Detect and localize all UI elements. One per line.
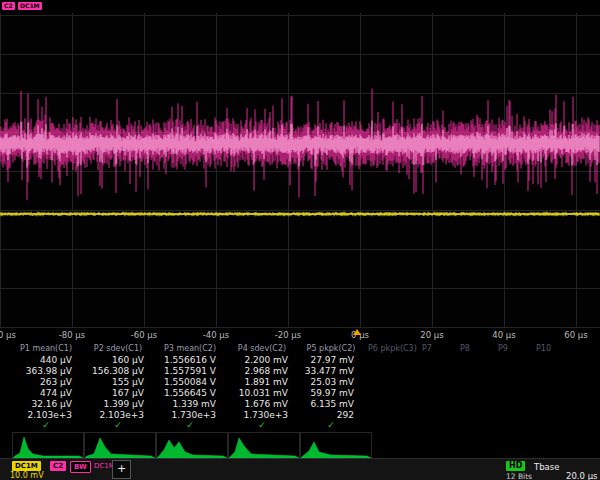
c2-bandwidth-chip[interactable]: BW <box>70 461 91 473</box>
measurement-cell: 1.730e+3 <box>226 410 298 420</box>
measurement-cell: 1.550084 V <box>154 377 226 387</box>
measurement-header-p7[interactable]: P7 <box>418 344 456 353</box>
measurement-cell: 10.031 mV <box>226 388 298 398</box>
time-label: 60 µs <box>564 330 587 340</box>
measurement-cell: 2.200 mV <box>226 355 298 365</box>
measurement-header-row: P1 mean(C1) P2 sdev(C1) P3 mean(C2) P4 s… <box>0 342 600 354</box>
measurement-cell: 25.03 mV <box>298 377 364 387</box>
measurement-cell: 167 µV <box>82 388 154 398</box>
measurement-header-p4[interactable]: P4 sdev(C2) <box>226 344 298 353</box>
c1-scale-label: 10.0 mV <box>10 471 44 480</box>
measurement-header-p3[interactable]: P3 mean(C2) <box>154 344 226 353</box>
status-check-icon: ✓ <box>10 420 82 430</box>
measurement-cell: 363.98 µV <box>10 366 82 376</box>
histicon-svg <box>13 433 83 458</box>
measurement-header-p5[interactable]: P5 pkpk(C2) <box>298 344 364 353</box>
timebase-label[interactable]: Tbase <box>534 462 559 472</box>
measurement-cell: 1.676 mV <box>226 399 298 409</box>
measurement-table: P1 mean(C1) P2 sdev(C1) P3 mean(C2) P4 s… <box>0 342 600 430</box>
measurement-cell: 263 µV <box>10 377 82 387</box>
status-check-icon: ✓ <box>298 420 364 430</box>
bottom-bar: DC1M C2 BW DC1M 10.0 mV + HD Tbase 12 Bi… <box>0 458 600 480</box>
measurement-cell: 2.968 mV <box>226 366 298 376</box>
trigger-position-marker[interactable] <box>353 329 361 335</box>
c1-waveform-core <box>0 214 599 215</box>
measurement-cell: 440 µV <box>10 355 82 365</box>
measurement-header-p1[interactable]: P1 mean(C1) <box>10 344 82 353</box>
hd-mode-badge[interactable]: HD <box>506 461 525 471</box>
measurement-cell: 1.556616 V <box>154 355 226 365</box>
time-label: -100 µs <box>0 330 16 340</box>
oscilloscope-screen: C2 DC1M -100 µs -80 µs -60 µs -40 µs -20… <box>0 0 600 480</box>
measurement-row-num: 2.103e+3 2.103e+3 1.730e+3 1.730e+3 292 <box>0 409 600 420</box>
timebase-scale-label: 20.0 µs <box>566 471 597 480</box>
measurement-cell: 474 µV <box>10 388 82 398</box>
measurement-header-p2[interactable]: P2 sdev(C1) <box>82 344 154 353</box>
histicon-p2[interactable] <box>84 432 156 459</box>
time-label: 20 µs <box>420 330 443 340</box>
histicon-p3[interactable] <box>156 432 228 459</box>
time-label: -20 µs <box>275 330 301 340</box>
histicon-p4[interactable] <box>228 432 300 459</box>
measurement-header-p6[interactable]: P6 pkpk(C3) <box>364 344 418 353</box>
timebase-bits-label: 12 Bits <box>506 472 532 480</box>
waveform-grid <box>0 13 600 328</box>
c1-coupling-chip[interactable]: DC1M <box>12 461 41 471</box>
time-label: -40 µs <box>203 330 229 340</box>
histicon-svg <box>301 433 371 458</box>
measurement-cell: 292 <box>298 410 364 420</box>
status-check-icon: ✓ <box>226 420 298 430</box>
measurement-cell: 2.103e+3 <box>10 410 82 420</box>
histicon-svg <box>85 433 155 458</box>
measurement-status-row: ✓ ✓ ✓ ✓ ✓ <box>0 420 600 430</box>
time-axis: -100 µs -80 µs -60 µs -40 µs -20 µs 0 µs… <box>0 328 600 342</box>
measurement-cell: 1.399 µV <box>82 399 154 409</box>
measurement-row-mean: 363.98 µV 156.308 µV 1.557591 V 2.968 mV… <box>0 365 600 376</box>
histicon-p1[interactable] <box>12 432 84 459</box>
top-bar: C2 DC1M <box>0 0 600 13</box>
measurement-cell: 33.477 mV <box>298 366 364 376</box>
measurement-header-p10[interactable]: P10 <box>532 344 600 353</box>
time-label: 40 µs <box>492 330 515 340</box>
measurement-header-p9[interactable]: P9 <box>494 344 532 353</box>
measurement-row-min: 263 µV 155 µV 1.550084 V 1.891 mV 25.03 … <box>0 376 600 387</box>
time-label: -60 µs <box>131 330 157 340</box>
measurement-header-p8[interactable]: P8 <box>456 344 494 353</box>
measurement-cell: 1.730e+3 <box>154 410 226 420</box>
status-check-icon: ✓ <box>82 420 154 430</box>
measurement-cell: 2.103e+3 <box>82 410 154 420</box>
cursor-crosshair-box[interactable]: + <box>112 460 131 479</box>
histicon-p5[interactable] <box>300 432 372 459</box>
measurement-row-max: 474 µV 167 µV 1.556645 V 10.031 mV 59.97… <box>0 387 600 398</box>
crosshair-icon: + <box>117 462 126 475</box>
waveform-svg <box>0 13 600 328</box>
measurement-row-sdev: 32.16 µV 1.399 µV 1.339 mV 1.676 mV 6.13… <box>0 398 600 409</box>
measurement-cell: 1.339 mV <box>154 399 226 409</box>
histicon-svg <box>157 433 227 458</box>
time-label: -80 µs <box>59 330 85 340</box>
measurement-cell: 1.556645 V <box>154 388 226 398</box>
measurement-cell: 1.891 mV <box>226 377 298 387</box>
measurement-cell: 156.308 µV <box>82 366 154 376</box>
measurement-cell: 32.16 µV <box>10 399 82 409</box>
measurement-cell: 6.135 mV <box>298 399 364 409</box>
measurement-cell: 27.97 mV <box>298 355 364 365</box>
trace-tag[interactable]: C2 <box>2 2 15 10</box>
histicon-svg <box>229 433 299 458</box>
measurement-row-value: 440 µV 160 µV 1.556616 V 2.200 mV 27.97 … <box>0 354 600 365</box>
measurement-cell: 155 µV <box>82 377 154 387</box>
c2-channel-chip[interactable]: C2 <box>50 461 66 471</box>
measurement-cell: 59.97 mV <box>298 388 364 398</box>
status-check-icon: ✓ <box>154 420 226 430</box>
measurement-cell: 160 µV <box>82 355 154 365</box>
measurement-cell: 1.557591 V <box>154 366 226 376</box>
trace-coupling-tag[interactable]: DC1M <box>18 2 42 10</box>
